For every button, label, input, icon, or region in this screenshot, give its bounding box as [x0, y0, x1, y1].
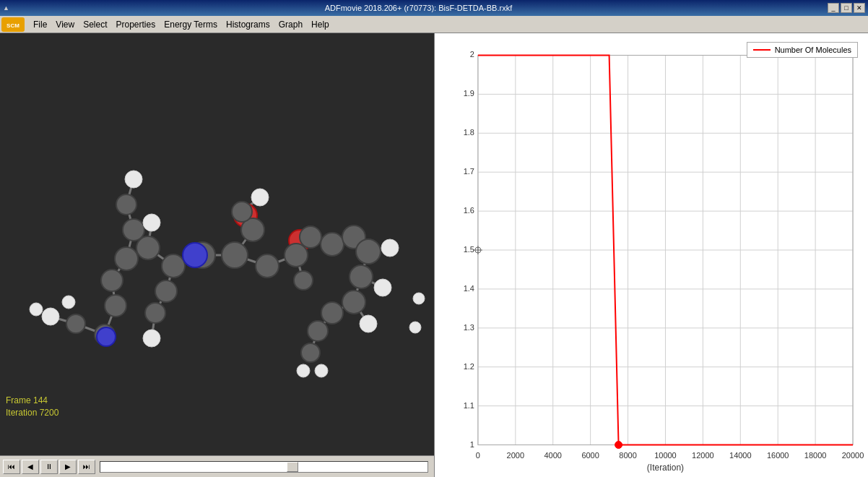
- y-tick-1-6: 1.6: [464, 206, 474, 215]
- svg-point-49: [143, 330, 160, 347]
- svg-point-42: [105, 295, 126, 317]
- data-point: [615, 442, 622, 449]
- x-tick-2000: 2000: [507, 451, 524, 460]
- svg-point-48: [145, 303, 165, 323]
- svg-point-51: [66, 314, 85, 333]
- svg-point-40: [115, 247, 138, 270]
- x-tick-6000: 6000: [581, 451, 599, 460]
- titlebar-left: ▲: [3, 4, 9, 12]
- svg-point-46: [143, 214, 160, 231]
- y-tick-1-7: 1.7: [464, 167, 474, 176]
- scm-logo[interactable]: SCM: [1, 17, 25, 32]
- iteration-label: Iteration 7200: [6, 407, 58, 419]
- x-tick-4000: 4000: [544, 451, 562, 460]
- x-axis-label: (Iteration): [647, 463, 684, 473]
- menu-select[interactable]: Select: [79, 18, 111, 31]
- x-tick-10000: 10000: [654, 451, 677, 460]
- svg-point-62: [285, 244, 308, 267]
- main-content: Frame 144 Iteration 7200 ⏮ ◀ ⏸ ▶ ⏭: [0, 33, 868, 477]
- svg-point-79: [409, 322, 421, 333]
- svg-point-64: [321, 233, 344, 256]
- svg-point-45: [125, 171, 142, 188]
- titlebar: ▲ ADFmovie 2018.206+ (r70773): BisF-DETD…: [0, 0, 868, 16]
- molecule-view[interactable]: Frame 144 Iteration 7200: [0, 33, 434, 455]
- svg-point-72: [321, 302, 343, 324]
- svg-point-68: [350, 265, 373, 288]
- svg-point-74: [301, 343, 320, 362]
- y-tick-1-3: 1.3: [464, 323, 474, 332]
- svg-text:SCM: SCM: [6, 22, 19, 29]
- svg-point-69: [374, 279, 391, 296]
- x-tick-16000: 16000: [767, 451, 789, 460]
- x-tick-0: 0: [476, 451, 480, 460]
- y-tick-1-9: 1.9: [464, 89, 474, 98]
- frame-info: Frame 144 Iteration 7200: [6, 395, 58, 419]
- x-tick-18000: 18000: [804, 451, 827, 460]
- menu-energy-terms[interactable]: Energy Terms: [160, 18, 222, 31]
- molecule-panel: Frame 144 Iteration 7200 ⏮ ◀ ⏸ ▶ ⏭: [0, 33, 434, 477]
- menu-properties[interactable]: Properties: [112, 18, 160, 31]
- menu-histograms[interactable]: Histograms: [222, 18, 274, 31]
- svg-point-63: [300, 226, 321, 248]
- y-tick-2: 2: [470, 50, 474, 59]
- svg-point-70: [342, 291, 365, 314]
- titlebar-title: ADFmovie 2018.206+ (r70773): BisF-DETDA-…: [9, 4, 828, 12]
- svg-point-54: [97, 327, 116, 346]
- svg-point-77: [62, 296, 75, 309]
- svg-point-81: [315, 364, 328, 377]
- svg-point-57: [222, 242, 248, 268]
- graph-panel: 2 1.9 1.8 1.7 1.6 1.5 1.4 1.3 1.2 1.1 1 …: [434, 33, 868, 477]
- svg-point-80: [297, 364, 310, 377]
- x-tick-20000: 20000: [842, 451, 864, 460]
- menubar: SCM File View Select Properties Energy T…: [0, 16, 868, 33]
- maximize-button[interactable]: □: [841, 3, 852, 13]
- svg-point-75: [294, 271, 313, 290]
- rewind-button[interactable]: ⏮: [3, 460, 20, 474]
- frame-label: Frame 144: [6, 395, 58, 407]
- svg-point-71: [360, 315, 377, 332]
- end-button[interactable]: ⏭: [78, 460, 95, 474]
- y-tick-1-2: 1.2: [464, 362, 474, 371]
- svg-point-41: [101, 270, 123, 291]
- y-tick-1: 1: [470, 440, 474, 449]
- titlebar-controls: _ □ ✕: [828, 3, 865, 13]
- menu-help[interactable]: Help: [307, 18, 334, 31]
- close-button[interactable]: ✕: [854, 3, 865, 13]
- legend: Number Of Molecules: [747, 42, 858, 58]
- svg-rect-85: [435, 34, 868, 477]
- graph-container[interactable]: 2 1.9 1.8 1.7 1.6 1.5 1.4 1.3 1.2 1.1 1 …: [435, 33, 868, 477]
- minimize-button[interactable]: _: [828, 3, 839, 13]
- x-tick-12000: 12000: [692, 451, 714, 460]
- prev-button[interactable]: ◀: [22, 460, 39, 474]
- graph-svg: 2 1.9 1.8 1.7 1.6 1.5 1.4 1.3 1.2 1.1 1 …: [435, 33, 868, 477]
- y-tick-1-8: 1.8: [464, 128, 474, 137]
- svg-point-60: [251, 189, 269, 206]
- svg-point-76: [30, 303, 43, 316]
- svg-point-47: [155, 280, 177, 302]
- svg-point-44: [116, 194, 136, 215]
- svg-point-61: [232, 202, 252, 222]
- playback-bar: ⏮ ◀ ⏸ ▶ ⏭: [0, 455, 434, 477]
- next-button[interactable]: ▶: [59, 460, 77, 474]
- progress-bar[interactable]: [100, 461, 428, 473]
- menu-file[interactable]: File: [29, 18, 51, 31]
- svg-point-39: [136, 236, 160, 259]
- svg-point-73: [308, 321, 328, 341]
- molecule-svg: [0, 33, 434, 455]
- y-tick-1-1: 1.1: [464, 401, 474, 410]
- svg-point-78: [413, 293, 425, 304]
- svg-point-43: [123, 219, 144, 241]
- menu-view[interactable]: View: [51, 18, 79, 31]
- progress-thumb[interactable]: [287, 462, 298, 472]
- legend-line: [753, 49, 771, 51]
- x-tick-14000: 14000: [729, 451, 752, 460]
- pause-button[interactable]: ⏸: [40, 460, 58, 474]
- svg-point-66: [356, 239, 381, 264]
- menu-graph[interactable]: Graph: [274, 18, 307, 31]
- svg-point-52: [42, 308, 59, 325]
- y-tick-1-5: 1.5: [464, 245, 474, 254]
- svg-point-53: [183, 243, 207, 267]
- titlebar-icon: ▲: [3, 4, 9, 12]
- legend-label: Number Of Molecules: [775, 46, 851, 54]
- x-tick-8000: 8000: [619, 451, 636, 460]
